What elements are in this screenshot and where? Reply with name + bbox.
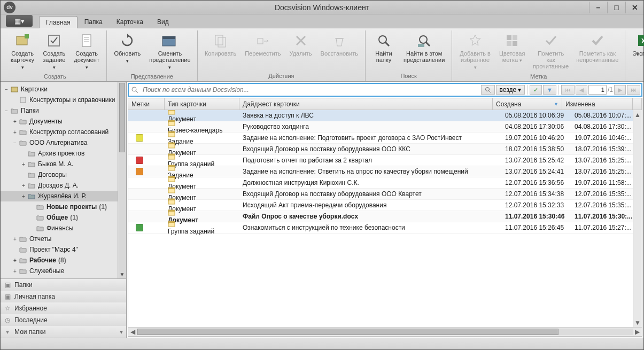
app-menu-button[interactable]: ▦▾: [6, 15, 33, 27]
svg-rect-9: [215, 35, 223, 45]
tree-item[interactable]: Новые проекты(1): [1, 201, 126, 212]
tree-expander-icon[interactable]: −: [3, 108, 10, 114]
grid-scrollbar-h[interactable]: ◀▶: [128, 327, 642, 336]
sidepanel-header[interactable]: ◷Последние: [1, 314, 126, 326]
page-number-input[interactable]: [588, 85, 607, 95]
find-folder-icon: [375, 32, 392, 49]
mark-unread-button[interactable]: Пометить как непрочитанные: [573, 30, 622, 72]
col-header-digest[interactable]: Дайджест карточки: [239, 98, 493, 110]
svg-rect-23: [11, 87, 18, 92]
find-folder-button[interactable]: Найти папку: [369, 30, 399, 72]
tree-expander-icon[interactable]: +: [20, 183, 27, 189]
sidepanel-header[interactable]: ▣Папки: [1, 279, 126, 291]
change-view-button[interactable]: Сменить представление: [146, 30, 194, 72]
col-header-mark[interactable]: Метки: [128, 98, 165, 110]
tree-item[interactable]: −ООО Альтернатива: [1, 137, 126, 148]
tab-view[interactable]: Вид: [150, 15, 176, 28]
svg-point-14: [420, 36, 427, 43]
maximize-button[interactable]: □: [607, 2, 625, 13]
tree-expander-icon[interactable]: +: [20, 193, 27, 199]
tree-item[interactable]: +Служебные: [1, 266, 126, 276]
tab-card[interactable]: Карточка: [110, 15, 150, 28]
folder-tree[interactable]: −КарточкиКонструкторы и справочники−Папк…: [1, 82, 126, 278]
tab-main[interactable]: Главная: [39, 16, 77, 28]
delete-button[interactable]: Удалить: [286, 30, 316, 72]
tree-item[interactable]: +Быков М. А.: [1, 159, 126, 169]
ribbon-tabstrip: ▦▾ Главная Папка Карточка Вид: [1, 14, 643, 28]
grid-body[interactable]: ДокументЗаявка на доступ к ЛВС05.08.2016…: [128, 110, 642, 327]
tab-folder[interactable]: Папка: [77, 15, 110, 28]
search-run-button[interactable]: [481, 85, 495, 95]
grid-scrollbar-v[interactable]: ▲▼: [633, 110, 642, 327]
create-task-button[interactable]: Создать задание: [39, 30, 69, 72]
svg-line-13: [385, 42, 389, 46]
tree-item[interactable]: −Карточки: [1, 84, 126, 95]
col-header-type[interactable]: Тип карточки: [165, 98, 239, 110]
tree-item[interactable]: Конструкторы и справочники: [1, 95, 126, 105]
svg-rect-46: [168, 199, 175, 200]
mark-read-button[interactable]: Пометить как прочитанные: [530, 30, 572, 72]
close-button[interactable]: ✕: [625, 2, 643, 13]
tree-item[interactable]: −Папки: [1, 105, 126, 116]
copy-button[interactable]: Копировать: [201, 30, 240, 72]
refresh-button[interactable]: Обновить: [110, 30, 145, 72]
page-first-button[interactable]: ⏮: [561, 85, 575, 95]
tree-expander-icon[interactable]: −: [11, 140, 19, 146]
minimize-button[interactable]: –: [589, 2, 607, 13]
page-last-button[interactable]: ⏭: [627, 85, 640, 95]
sidepanel-header[interactable]: ▣Личная папка: [1, 291, 126, 302]
svg-rect-3: [82, 35, 91, 46]
search-scope-button[interactable]: везде▾: [496, 85, 525, 95]
restore-button[interactable]: Восстановить: [317, 30, 362, 72]
cell-created: 19.07.2016 10:46:20: [502, 134, 571, 142]
sidepanel-label: Последние: [14, 316, 48, 324]
tree-item[interactable]: +Рабочие(8): [1, 255, 126, 266]
tree-item[interactable]: +Отчеты: [1, 234, 126, 244]
tree-item[interactable]: +Конструктор согласований: [1, 127, 126, 137]
svg-rect-32: [168, 120, 175, 122]
sort-desc-icon: ▼: [554, 102, 558, 107]
svg-line-26: [136, 91, 138, 93]
col-header-modified[interactable]: Изменена: [562, 98, 633, 110]
tree-expander-icon[interactable]: +: [11, 236, 19, 242]
tree-scrollbar[interactable]: ▲▼: [118, 82, 126, 278]
tree-item[interactable]: Финансы: [1, 223, 126, 234]
tree-item[interactable]: Договоры: [1, 169, 126, 180]
tree-item[interactable]: Общее(1): [1, 212, 126, 223]
cell-created: 13.07.2016 15:24:41: [502, 168, 571, 175]
tree-expander-icon[interactable]: +: [11, 119, 19, 125]
tree-expander-icon[interactable]: +: [11, 258, 19, 263]
filter-funnel-button[interactable]: ▼: [543, 85, 556, 95]
folder-icon: [19, 118, 27, 125]
tree-expander-icon[interactable]: +: [11, 268, 19, 274]
tree-item[interactable]: +Журавлёва И. Р.: [1, 191, 126, 201]
tree-item[interactable]: Согласование(1): [1, 276, 126, 278]
col-header-created[interactable]: Создана▼: [493, 98, 562, 110]
create-card-button[interactable]: Создать карточку: [7, 30, 38, 72]
create-doc-button[interactable]: Создать документ: [71, 30, 103, 72]
cell-digest: Исходящий Акт приема-передачи оборудован…: [239, 201, 502, 209]
svg-rect-16: [418, 44, 424, 47]
export-button[interactable]: XЭкспорт: [629, 30, 644, 72]
color-mark-button[interactable]: Цветовая метка: [496, 30, 529, 72]
folder-icon: [27, 160, 36, 168]
cell-digest: Должностная инструкция Кирюхин С.К.: [239, 179, 502, 186]
page-prev-button[interactable]: ◀: [576, 85, 587, 95]
folder-icon: [36, 203, 44, 211]
sidepanel-header[interactable]: ☆Избранное: [1, 302, 126, 314]
filter-check-button[interactable]: ✓: [530, 85, 542, 95]
tree-item[interactable]: +Дроздов Д. А.: [1, 180, 126, 191]
tree-expander-icon[interactable]: −: [3, 87, 10, 92]
sidepanel-header[interactable]: ▾Мои папки▾: [1, 326, 126, 338]
tree-expander-icon[interactable]: +: [11, 129, 19, 135]
search-input[interactable]: [141, 85, 480, 95]
table-row[interactable]: Группа заданийОзнакомиться с инструкцией…: [128, 222, 642, 234]
page-next-button[interactable]: ▶: [614, 85, 626, 95]
tree-item[interactable]: Проект "Марс 4": [1, 244, 126, 255]
move-button[interactable]: Переместить: [241, 30, 284, 72]
tree-expander-icon[interactable]: +: [20, 161, 27, 167]
tree-item[interactable]: +Документы: [1, 116, 126, 127]
tree-item[interactable]: Архив проектов: [1, 148, 126, 159]
add-favorite-button[interactable]: Добавить в избранное: [455, 30, 494, 72]
find-in-view-button[interactable]: Найти в этом представлении: [400, 30, 448, 72]
